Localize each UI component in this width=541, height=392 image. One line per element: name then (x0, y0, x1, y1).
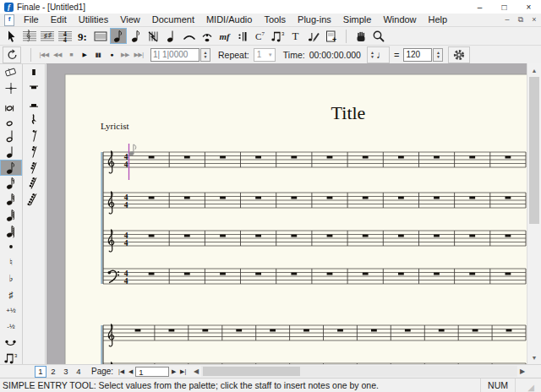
sharp-button[interactable]: ♯ (0, 286, 22, 302)
key-signature-tool-button[interactable]: ♯♯ (39, 28, 56, 44)
articulation-tool-button[interactable] (199, 28, 216, 44)
quarter-note-button[interactable] (0, 144, 22, 160)
half-step-up-button[interactable]: +½ (0, 302, 22, 318)
playback-settings-button[interactable] (448, 46, 470, 63)
minimize-button[interactable]: – (467, 0, 492, 14)
page-tab-2[interactable]: 2 (47, 366, 59, 378)
staff-tool-button[interactable] (21, 28, 38, 44)
child-restore-button[interactable]: ⧉ (514, 15, 527, 24)
half-rest-button[interactable] (23, 96, 45, 112)
thirty-second-rest-button[interactable] (23, 160, 45, 176)
menu-midi-audio[interactable]: MIDI/Audio (200, 14, 258, 26)
thirty-second-note-button[interactable] (0, 191, 22, 207)
page-number-field[interactable]: 1 (135, 367, 169, 377)
horizontal-scrollbar[interactable]: ◀ ▶ (191, 365, 527, 378)
play-button[interactable]: ▶ (78, 48, 91, 62)
hundred-twenty-eighth-note-button[interactable] (0, 223, 22, 239)
eighth-note-button[interactable] (0, 160, 22, 176)
hyperscribe-tool-button[interactable] (145, 28, 162, 44)
page-tab-4[interactable]: 4 (73, 366, 85, 378)
scroll-up-button[interactable]: ▲ (527, 63, 541, 77)
menu-window[interactable]: Window (377, 14, 422, 26)
scroll-right-button[interactable]: ▶ (517, 368, 527, 375)
speedy-entry-tool-button[interactable] (128, 28, 145, 44)
loop-playback-button[interactable] (3, 46, 21, 63)
hand-grabber-tool-button[interactable] (352, 28, 369, 44)
maximize-button[interactable]: □ (492, 0, 516, 14)
page-tab-1[interactable]: 1 (35, 366, 46, 378)
vertical-scroll-thumb[interactable] (529, 77, 539, 224)
playback-counter-field[interactable]: 1| 1|0000 (150, 48, 199, 62)
page-tab-3[interactable]: 3 (60, 366, 72, 378)
double-whole-rest-button[interactable] (23, 64, 45, 80)
note-mover-tool-button[interactable] (163, 28, 180, 44)
next-page-button[interactable]: ▶ (169, 368, 178, 375)
scroll-left-button[interactable]: ◀ (191, 368, 201, 375)
measure-tool-button[interactable] (92, 28, 109, 44)
repitch-button[interactable] (0, 80, 22, 96)
close-button[interactable]: × (516, 0, 541, 14)
horizontal-scroll-thumb[interactable] (203, 367, 300, 376)
tempo-spinner[interactable]: ▲▼ (433, 48, 443, 62)
eighth-rest-button[interactable] (23, 128, 45, 144)
menu-tools[interactable]: Tools (258, 14, 292, 26)
hundred-twenty-eighth-rest-button[interactable] (23, 191, 45, 207)
flat-button[interactable]: ♭ (0, 270, 22, 286)
pause-button[interactable]: ▮▮ (91, 48, 105, 62)
menu-simple[interactable]: Simple (337, 14, 378, 26)
clef-tool-button[interactable]: 9: (74, 28, 91, 44)
fast-forward-button[interactable]: ▶▶ (118, 48, 132, 62)
forward-to-end-button[interactable]: ▶▶| (132, 48, 145, 62)
repeat-tool-button[interactable] (234, 28, 251, 44)
menu-utilities[interactable]: Utilities (73, 14, 114, 26)
sixty-fourth-note-button[interactable] (0, 207, 22, 223)
menu-plug-ins[interactable]: Plug-ins (292, 14, 337, 26)
rewind-to-start-button[interactable]: |◀◀ (37, 48, 51, 62)
menu-view[interactable]: View (114, 14, 146, 26)
lyrics-tool-button[interactable] (305, 28, 322, 44)
zoom-tool-button[interactable] (370, 28, 387, 44)
resize-grip[interactable]: ◢ (515, 378, 541, 392)
record-button[interactable]: ● (105, 48, 118, 62)
sixteenth-note-button[interactable] (0, 176, 22, 192)
selection-tool-button[interactable] (3, 28, 20, 44)
previous-page-button[interactable]: ◀ (126, 368, 135, 375)
repeat-select[interactable]: 1▼ (254, 48, 276, 62)
tie-button[interactable] (0, 335, 22, 351)
smart-shape-tool-button[interactable] (181, 28, 198, 44)
chord-tool-button[interactable]: C7 (252, 28, 269, 44)
natural-button[interactable]: ♮ (0, 255, 22, 271)
counter-spinner[interactable]: ▲▼ (200, 48, 210, 62)
page-layout-tool-button[interactable]: + (323, 28, 340, 44)
menu-help[interactable]: Help (423, 14, 454, 26)
simple-entry-tool-button[interactable] (110, 28, 127, 44)
rewind-button[interactable]: ◀◀ (51, 48, 64, 62)
vertical-scroll-track[interactable] (527, 77, 541, 351)
whole-note-button[interactable] (0, 112, 22, 128)
tuplet-tool-button[interactable]: 3 (270, 28, 287, 44)
sixty-fourth-rest-button[interactable] (23, 176, 45, 192)
stop-button[interactable]: ■ (64, 48, 78, 62)
augmentation-dot-button[interactable] (0, 239, 22, 255)
horizontal-scroll-track[interactable] (201, 366, 517, 377)
child-close-button[interactable]: × (527, 15, 541, 24)
scroll-down-button[interactable]: ▼ (527, 351, 541, 364)
score-page[interactable]: TitleLyricist44444444 (46, 63, 527, 364)
time-signature-tool-button[interactable]: 44 (57, 28, 74, 44)
sixteenth-rest-button[interactable] (23, 144, 45, 160)
expression-tool-button[interactable]: mf (216, 28, 233, 44)
first-page-button[interactable]: |◀ (117, 368, 126, 375)
text-tool-button[interactable]: T (287, 28, 304, 44)
eraser-button[interactable] (0, 64, 22, 80)
tempo-note-button[interactable]: ▲▼ ♩ (367, 46, 390, 63)
quarter-rest-button[interactable] (23, 112, 45, 128)
double-whole-note-button[interactable] (0, 96, 22, 112)
vertical-scrollbar[interactable]: ▲ ▼ (527, 63, 541, 364)
whole-rest-button[interactable] (23, 80, 45, 96)
tempo-field[interactable]: 120 (403, 48, 432, 62)
half-step-down-button[interactable]: -½ (0, 318, 22, 335)
child-minimize-button[interactable]: – (500, 15, 514, 24)
menu-edit[interactable]: Edit (45, 14, 73, 26)
menu-document[interactable]: Document (146, 14, 200, 26)
menu-file[interactable]: File (18, 14, 45, 26)
